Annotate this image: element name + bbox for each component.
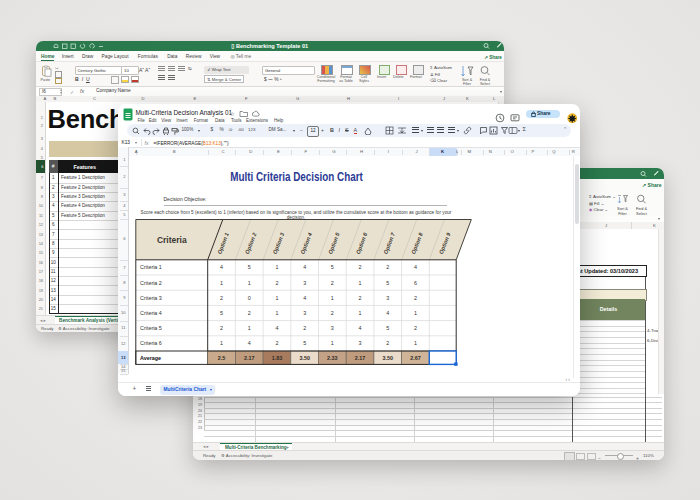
svg-text:2: 2 xyxy=(220,325,223,331)
svg-text:0: 0 xyxy=(248,295,251,301)
svg-text:Criteria: Criteria xyxy=(157,235,187,245)
svg-text:1: 1 xyxy=(248,280,251,286)
svg-text:1: 1 xyxy=(331,295,334,301)
svg-text:4: 4 xyxy=(303,264,306,270)
svg-text:4: 4 xyxy=(248,340,251,346)
svg-text:2: 2 xyxy=(414,325,417,331)
svg-text:2: 2 xyxy=(386,340,389,346)
svg-text:2.5: 2.5 xyxy=(218,355,226,361)
svg-text:2: 2 xyxy=(359,295,362,301)
svg-text:Criteria 1: Criteria 1 xyxy=(140,264,162,270)
svg-text:3: 3 xyxy=(359,340,362,346)
svg-text:2: 2 xyxy=(414,295,417,301)
svg-text:3: 3 xyxy=(331,325,334,331)
svg-text:5: 5 xyxy=(303,340,306,346)
svg-text:2.33: 2.33 xyxy=(327,355,338,361)
svg-text:5: 5 xyxy=(386,280,389,286)
svg-text:3.50: 3.50 xyxy=(383,355,394,361)
svg-text:1.83: 1.83 xyxy=(272,355,283,361)
svg-text:5: 5 xyxy=(386,325,389,331)
svg-text:2: 2 xyxy=(303,325,306,331)
svg-text:5: 5 xyxy=(220,310,223,316)
svg-text:1: 1 xyxy=(275,295,278,301)
svg-text:1: 1 xyxy=(359,280,362,286)
svg-text:3.50: 3.50 xyxy=(299,355,310,361)
svg-text:1: 1 xyxy=(359,310,362,316)
svg-text:1: 1 xyxy=(248,325,251,331)
svg-text:5: 5 xyxy=(248,264,251,270)
svg-text:Criteria 6: Criteria 6 xyxy=(140,340,162,346)
svg-text:3: 3 xyxy=(303,280,306,286)
svg-text:2: 2 xyxy=(248,310,251,316)
svg-text:2: 2 xyxy=(275,280,278,286)
svg-text:Average: Average xyxy=(140,355,161,361)
svg-text:2: 2 xyxy=(275,340,278,346)
svg-text:2.17: 2.17 xyxy=(355,355,366,361)
svg-text:1: 1 xyxy=(414,310,417,316)
svg-text:2.67: 2.67 xyxy=(410,355,421,361)
svg-text:4: 4 xyxy=(386,310,389,316)
svg-text:1: 1 xyxy=(414,340,417,346)
svg-text:1: 1 xyxy=(220,340,223,346)
svg-text:Criteria 3: Criteria 3 xyxy=(140,295,162,301)
svg-text:Criteria 5: Criteria 5 xyxy=(140,325,162,331)
svg-text:1: 1 xyxy=(331,340,334,346)
svg-text:1: 1 xyxy=(275,310,278,316)
svg-text:4: 4 xyxy=(220,264,223,270)
svg-text:Criteria 2: Criteria 2 xyxy=(140,280,162,286)
svg-text:4: 4 xyxy=(275,325,278,331)
svg-text:2: 2 xyxy=(331,310,334,316)
svg-text:3: 3 xyxy=(303,310,306,316)
svg-text:1: 1 xyxy=(275,264,278,270)
svg-text:4: 4 xyxy=(359,325,362,331)
svg-text:4: 4 xyxy=(414,264,417,270)
svg-text:6: 6 xyxy=(414,280,417,286)
svg-text:2: 2 xyxy=(386,264,389,270)
svg-text:5: 5 xyxy=(331,264,334,270)
svg-text:2: 2 xyxy=(359,264,362,270)
svg-text:2: 2 xyxy=(331,280,334,286)
svg-text:2.17: 2.17 xyxy=(244,355,255,361)
svg-text:2: 2 xyxy=(220,295,223,301)
svg-text:4: 4 xyxy=(303,295,306,301)
svg-text:3: 3 xyxy=(386,295,389,301)
svg-text:1: 1 xyxy=(220,280,223,286)
svg-text:Criteria 4: Criteria 4 xyxy=(140,310,162,316)
